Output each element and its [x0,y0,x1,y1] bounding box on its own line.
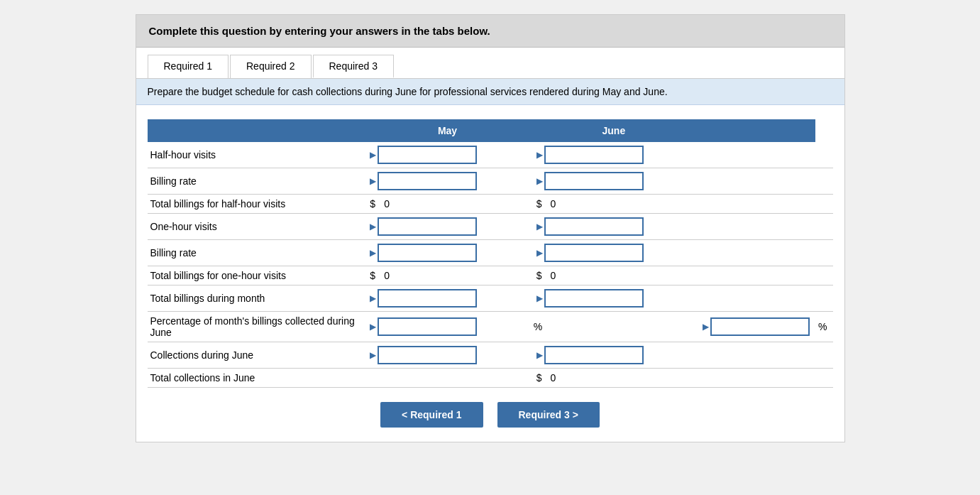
table-row: Total billings during month ▶ ▶ [148,285,833,312]
arrow-icon: ▶ [370,293,376,303]
extra-cell [697,240,815,266]
col-june-header: June [531,119,697,142]
one-hour-june-input[interactable] [544,217,644,236]
june-input-cell: ▶ [531,342,697,369]
may-percent-symbol: % [534,321,542,332]
col-may-header: May [364,119,530,142]
col-label-header [148,119,365,142]
arrow-icon: ▶ [536,293,543,303]
header-banner: Complete this question by entering your … [136,15,844,48]
row-label: Collections during June [148,342,365,369]
next-button[interactable]: Required 3 > [497,402,600,428]
arrow-icon: ▶ [536,150,543,160]
extra-cell [697,285,815,312]
arrow-icon: ▶ [370,222,376,232]
row-label: Total collections in June [148,369,365,388]
june-percent-symbol: % [818,321,827,332]
pct-may-input[interactable] [378,317,477,336]
tab-required-1[interactable]: Required 1 [148,55,229,78]
nav-buttons: < Required 1 Required 3 > [148,402,833,428]
may-input-cell: ▶ [364,168,530,195]
arrow-icon: ▶ [536,350,543,360]
billing-rate2-june-input[interactable] [544,244,644,262]
may-currency: $ [370,198,375,210]
budget-table: May June Half-hour visits ▶ [148,119,833,388]
table-row: One-hour visits ▶ ▶ [148,214,833,240]
row-label: Total billings for half-hour visits [148,195,365,214]
extra-cell [697,214,815,240]
may-input-cell: ▶ [364,214,530,240]
may-total-one: 0 [384,270,390,281]
arrow-icon: ▶ [536,248,543,258]
table-row: Total billings for half-hour visits $ 0 … [148,195,833,214]
col-extra-header [697,119,815,142]
june-input-cell: ▶ [531,142,697,168]
arrow-icon: ▶ [370,248,376,258]
row-label: Billing rate [148,240,365,266]
pct-june-input[interactable] [710,317,810,336]
may-empty-cell [364,369,530,388]
arrow-icon: ▶ [536,176,543,186]
june-computed-cell: $ 0 [531,266,697,285]
billing-rate2-may-input[interactable] [378,244,477,262]
billing-rate1-may-input[interactable] [378,172,477,190]
row-label: One-hour visits [148,214,365,240]
may-input-cell: ▶ [364,342,530,369]
billing-rate1-june-input[interactable] [544,172,644,190]
tabs-row: Required 1 Required 2 Required 3 [136,48,844,79]
june-currency: $ [536,198,542,210]
june-total-half: 0 [550,198,556,210]
extra-cell [697,266,815,285]
may-computed-cell: $ 0 [364,195,530,214]
arrow-icon: ▶ [703,322,709,332]
total-billings-month-may-input[interactable] [378,289,477,308]
one-hour-may-input[interactable] [378,217,477,236]
extra-cell [697,369,815,388]
arrow-icon: ▶ [370,176,376,186]
may-percent-symbol-cell: % [531,312,697,342]
may-input-cell: ▶ [364,142,530,168]
collections-june-may-input[interactable] [378,346,477,364]
june-input-cell: ▶ [531,285,697,312]
half-hour-june-input[interactable] [544,146,644,164]
instructions-text: Prepare the budget schedule for cash col… [136,79,844,105]
table-header-row: May June [148,119,833,142]
table-row: Percentage of month's billings collected… [148,312,833,342]
table-row: Billing rate ▶ ▶ [148,240,833,266]
june-computed-cell: $ 0 [531,195,697,214]
june-total-one: 0 [550,270,556,281]
june-input-cell: ▶ [531,214,697,240]
may-input-cell: ▶ [364,240,530,266]
extra-cell [697,168,815,195]
row-label: Total billings for one-hour visits [148,266,365,285]
table-row: Billing rate ▶ ▶ [148,168,833,195]
extra-cell [697,195,815,214]
row-label: Half-hour visits [148,142,365,168]
half-hour-may-input[interactable] [378,146,477,164]
arrow-icon: ▶ [536,222,543,232]
total-billings-month-june-input[interactable] [544,289,644,308]
arrow-icon: ▶ [370,322,376,332]
row-label: Percentage of month's billings collected… [148,312,365,342]
table-row: Total collections in June $ 0 [148,369,833,388]
prev-button[interactable]: < Required 1 [380,402,483,428]
header-instruction: Complete this question by entering your … [149,25,490,37]
june-currency: $ [536,270,542,281]
arrow-icon: ▶ [370,350,376,360]
main-content: May June Half-hour visits ▶ [136,112,844,442]
arrow-icon: ▶ [370,150,376,160]
june-input-cell: ▶ [531,168,697,195]
row-label: Total billings during month [148,285,365,312]
june-currency: $ [536,372,542,384]
extra-cell [697,142,815,168]
row-label: Billing rate [148,168,365,195]
tab-required-3[interactable]: Required 3 [313,55,395,78]
table-row: Collections during June ▶ ▶ [148,342,833,369]
june-input-cell: ▶ [531,240,697,266]
collections-june-june-input[interactable] [544,346,644,364]
june-percent-cell: ▶ [697,312,815,342]
tab-required-2[interactable]: Required 2 [230,55,312,78]
table-row: Half-hour visits ▶ ▶ [148,142,833,168]
may-percent-cell: ▶ [364,312,530,342]
june-percent-symbol-cell: % [815,312,832,342]
